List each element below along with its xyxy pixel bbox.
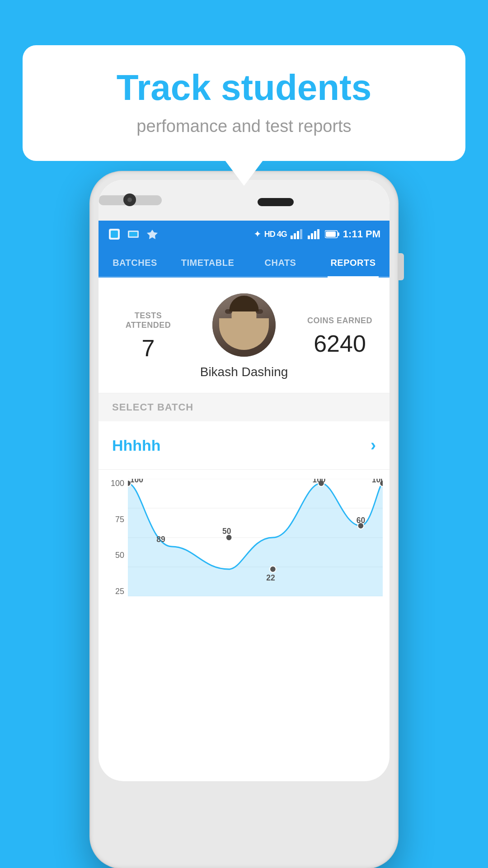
y-axis: 100 75 50 25 (105, 479, 128, 596)
svg-rect-1 (111, 231, 118, 238)
y-label-25: 25 (115, 587, 124, 596)
svg-rect-4 (291, 236, 293, 239)
chevron-right-icon: › (371, 436, 376, 455)
svg-rect-13 (338, 232, 339, 236)
navigation-tabs: BATCHES TIMETABLE CHATS REPORTS (99, 248, 389, 278)
data-point-4 (270, 566, 276, 572)
coins-earned-block: COINS EARNED 6240 (304, 316, 376, 357)
svg-rect-3 (129, 232, 137, 236)
status-bar: ✦ HD 4G (99, 221, 389, 248)
battery-icon (325, 230, 339, 238)
speech-bubble: Track students perfomance and test repor… (23, 45, 465, 161)
phone-wrapper: ✦ HD 4G (32, 172, 456, 868)
tab-batches[interactable]: BATCHES (99, 248, 171, 276)
status-right-icons: ✦ HD 4G (254, 228, 380, 240)
notification-icon-1 (108, 227, 121, 241)
tests-attended-block: TESTS ATTENDED 7 (112, 311, 184, 362)
data-label-100-middle: 100 (312, 479, 325, 484)
chart-container: 100 75 50 25 (105, 479, 383, 605)
select-batch-label: SELECT BATCH (112, 401, 193, 413)
data-label-100-first: 100 (130, 479, 143, 484)
notification-icon-3 (145, 227, 159, 241)
profile-section: TESTS ATTENDED 7 Bikash Dashing (99, 278, 389, 393)
phone: ✦ HD 4G (90, 172, 398, 868)
chart-section: 100 75 50 25 (99, 470, 389, 605)
svg-rect-7 (300, 229, 302, 239)
phone-inner: ✦ HD 4G (99, 180, 389, 781)
bluetooth-icon: ✦ (254, 229, 261, 239)
avatar (212, 293, 276, 357)
svg-rect-6 (297, 231, 299, 239)
tab-timetable[interactable]: TIMETABLE (171, 248, 244, 276)
line-chart: 100 89 50 22 100 (128, 479, 383, 596)
y-label-100-top: 100 (111, 479, 124, 488)
subtext: perfomance and test reports (50, 117, 438, 136)
speaker-bottom (258, 198, 294, 206)
user-name: Bikash Dashing (184, 365, 304, 379)
avatar-block: Bikash Dashing (184, 293, 304, 379)
select-batch-header: SELECT BATCH (99, 393, 389, 421)
data-label-22: 22 (266, 573, 275, 582)
headline: Track students (50, 68, 438, 108)
svg-rect-5 (294, 233, 296, 239)
y-label-50: 50 (115, 551, 124, 560)
tab-reports[interactable]: REPORTS (317, 248, 389, 276)
data-label-89: 89 (156, 535, 165, 544)
coins-earned-value: 6240 (304, 330, 376, 357)
svg-rect-8 (308, 236, 310, 239)
data-label-100-last: 100 (372, 479, 383, 484)
phone-top (99, 180, 389, 221)
svg-rect-14 (326, 231, 336, 237)
data-label-60: 60 (357, 516, 366, 525)
signal-icon-2 (308, 229, 321, 239)
signal-icon (291, 229, 304, 239)
tests-attended-value: 7 (112, 335, 184, 362)
coins-earned-label: COINS EARNED (304, 316, 376, 326)
avatar-image (212, 293, 276, 357)
y-label-75: 75 (115, 515, 124, 524)
batch-item[interactable]: Hhhhh › (99, 421, 389, 470)
status-left-icons (108, 227, 159, 241)
batch-name: Hhhhh (112, 437, 161, 454)
svg-rect-10 (314, 231, 316, 239)
status-time: 1:11 PM (343, 228, 380, 240)
tab-chats[interactable]: CHATS (244, 248, 317, 276)
svg-rect-11 (317, 229, 319, 239)
data-label-50: 50 (222, 527, 231, 536)
tests-attended-label: TESTS ATTENDED (112, 311, 184, 330)
notification-icon-2 (127, 227, 140, 241)
camera-icon (123, 193, 136, 206)
svg-rect-9 (311, 233, 313, 239)
network-label: HD 4G (264, 230, 287, 239)
